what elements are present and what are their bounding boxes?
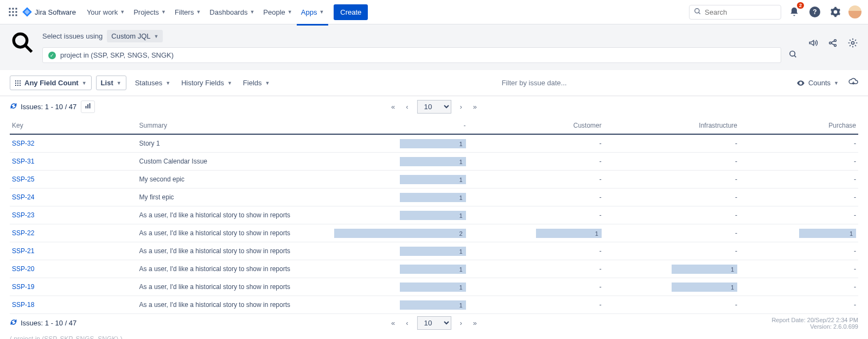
search-icon — [694, 8, 701, 17]
cell-summary: As a user, I'd like a historical story t… — [137, 206, 333, 224]
issue-key-link[interactable]: SSP-24 — [12, 193, 34, 201]
cell-purchase: - — [739, 296, 858, 314]
issue-key-link[interactable]: SSP-23 — [12, 211, 34, 219]
table-row: SSP-22As a user, I'd like a historical s… — [10, 224, 858, 242]
chevron-down-icon: ▼ — [154, 34, 159, 39]
table-row: SSP-19As a user, I'd like a historical s… — [10, 278, 858, 296]
svg-rect-3 — [9, 11, 11, 13]
svg-rect-29 — [20, 85, 21, 86]
cell-dash: 1 — [332, 296, 468, 314]
page-next[interactable]: › — [458, 318, 464, 328]
cell-summary: As a user, I'd like a historical story t… — [137, 260, 333, 278]
notifications-icon[interactable]: 2 — [787, 4, 802, 20]
table-row: SSP-18As a user, I'd like a historical s… — [10, 296, 858, 314]
issue-key-link[interactable]: SSP-20 — [12, 265, 34, 273]
query-bar: Select issues using Custom JQL ▼ ✓ proje… — [0, 24, 868, 70]
announce-icon[interactable] — [808, 38, 818, 49]
jql-search-button[interactable] — [786, 47, 801, 64]
page-first[interactable]: « — [389, 102, 397, 112]
nav-item-your-work[interactable]: Your work▼ — [82, 5, 129, 20]
issue-key-link[interactable]: SSP-19 — [12, 283, 34, 291]
chevron-down-icon: ▼ — [165, 80, 170, 86]
column-header[interactable]: Summary — [137, 117, 333, 134]
page-last[interactable]: » — [471, 102, 479, 112]
cell-key: SSP-23 — [10, 206, 137, 224]
config-icon[interactable] — [847, 37, 858, 50]
create-button[interactable]: Create — [334, 4, 368, 20]
counts-dropdown[interactable]: Counts ▼ — [796, 79, 839, 87]
notif-badge: 2 — [797, 2, 804, 9]
svg-point-13 — [790, 51, 795, 56]
cell-customer: - — [468, 171, 604, 189]
svg-rect-5 — [16, 11, 17, 13]
jql-valid-icon: ✓ — [48, 52, 56, 59]
issue-key-link[interactable]: SSP-32 — [12, 140, 34, 147]
history-fields-dropdown[interactable]: History Fields▼ — [179, 76, 234, 90]
page-size-select[interactable]: 10 — [417, 100, 451, 114]
cell-infrastructure: - — [604, 296, 739, 314]
jql-input[interactable]: ✓ project in (SSP, SKP, SNGS, SNGK) — [42, 47, 781, 63]
column-header[interactable]: Infrastructure — [604, 117, 739, 134]
svg-rect-21 — [15, 80, 16, 81]
fields-dropdown[interactable]: Fields▼ — [241, 76, 272, 90]
svg-rect-30 — [86, 106, 87, 109]
page-last[interactable]: » — [471, 318, 479, 328]
column-header[interactable]: - — [332, 117, 468, 134]
statuses-dropdown[interactable]: Statuses▼ — [133, 76, 173, 90]
nav-item-dashboards[interactable]: Dashboards▼ — [205, 5, 259, 20]
any-field-count-dropdown[interactable]: Any Field Count ▼ — [10, 76, 92, 90]
jql-mode-dropdown[interactable]: Custom JQL ▼ — [107, 30, 163, 42]
cell-infrastructure: - — [604, 242, 739, 260]
refresh-icon[interactable] — [10, 102, 17, 111]
date-filter-input[interactable]: Filter by issue date... — [278, 79, 789, 87]
select-issues-label: Select issues using — [42, 32, 103, 40]
cell-summary: My second epic — [137, 171, 333, 189]
cloud-download-icon[interactable] — [848, 77, 858, 89]
page-size-select[interactable]: 10 — [417, 316, 451, 330]
column-header[interactable]: Purchase — [739, 117, 858, 134]
nav-item-apps[interactable]: Apps▼ — [297, 5, 329, 20]
svg-line-18 — [831, 41, 834, 42]
column-header[interactable]: Customer — [468, 117, 604, 134]
svg-rect-32 — [90, 103, 91, 109]
user-avatar[interactable] — [848, 5, 861, 18]
refresh-icon[interactable] — [10, 318, 17, 328]
cell-summary: As a user, I'd like a historical story t… — [137, 296, 333, 314]
help-icon[interactable]: ? — [807, 4, 822, 20]
cell-customer: - — [468, 134, 604, 153]
issue-key-link[interactable]: SSP-21 — [12, 247, 34, 255]
jql-mode-label: Custom JQL — [111, 32, 150, 40]
nav-item-filters[interactable]: Filters▼ — [170, 5, 205, 20]
nav-item-people[interactable]: People▼ — [259, 5, 296, 20]
issue-key-link[interactable]: SSP-31 — [12, 158, 34, 165]
global-search[interactable] — [689, 5, 781, 20]
list-dropdown[interactable]: List ▼ — [96, 76, 126, 90]
page-next[interactable]: › — [458, 102, 464, 112]
svg-rect-22 — [17, 80, 18, 81]
app-switcher-icon[interactable] — [7, 5, 20, 18]
column-header[interactable]: Key — [10, 117, 137, 134]
cell-dash: 1 — [332, 260, 468, 278]
issue-key-link[interactable]: SSP-18 — [12, 301, 34, 309]
svg-rect-2 — [16, 8, 17, 10]
svg-rect-27 — [15, 85, 16, 86]
svg-line-10 — [699, 12, 700, 14]
settings-icon[interactable] — [828, 4, 843, 20]
top-nav: Jira Software Your work▼Projects▼Filters… — [0, 0, 868, 24]
svg-line-14 — [794, 55, 796, 57]
issue-key-link[interactable]: SSP-22 — [12, 229, 34, 237]
chart-toggle-icon[interactable] — [81, 101, 95, 113]
share-icon[interactable] — [828, 38, 838, 49]
page-prev[interactable]: ‹ — [404, 318, 410, 328]
cell-key: SSP-24 — [10, 189, 137, 206]
chevron-down-icon: ▼ — [834, 80, 839, 86]
page-prev[interactable]: ‹ — [404, 102, 410, 112]
global-search-input[interactable] — [705, 8, 776, 16]
issues-count: Issues: 1 - 10 / 47 — [21, 103, 76, 111]
svg-rect-7 — [12, 15, 14, 16]
cell-customer: - — [468, 153, 604, 171]
nav-item-projects[interactable]: Projects▼ — [129, 5, 170, 20]
issue-key-link[interactable]: SSP-25 — [12, 175, 34, 183]
jira-logo[interactable]: Jira Software — [22, 7, 76, 17]
page-first[interactable]: « — [389, 318, 397, 328]
